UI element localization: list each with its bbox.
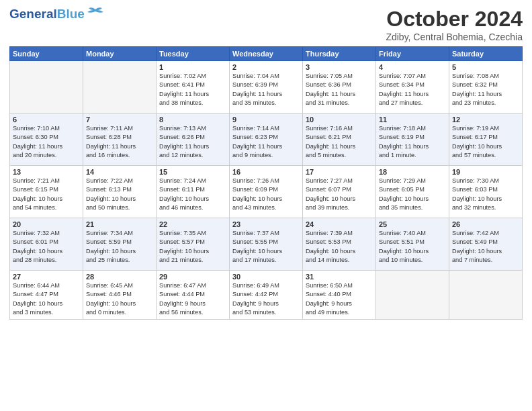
calendar-day-cell xyxy=(83,61,157,113)
day-number: 23 xyxy=(232,220,300,228)
calendar-day-cell: 8Sunrise: 7:13 AMSunset: 6:26 PMDaylight… xyxy=(157,113,230,166)
calendar-day-cell: 2Sunrise: 7:04 AMSunset: 6:39 PMDaylight… xyxy=(230,61,303,113)
calendar-day-cell: 5Sunrise: 7:08 AMSunset: 6:32 PMDaylight… xyxy=(449,61,523,113)
calendar-day-cell: 9Sunrise: 7:14 AMSunset: 6:23 PMDaylight… xyxy=(230,113,303,166)
calendar-day-cell: 20Sunrise: 7:32 AMSunset: 6:01 PMDayligh… xyxy=(10,218,83,271)
day-number: 13 xyxy=(13,168,80,176)
day-info: Sunrise: 7:08 AMSunset: 6:32 PMDaylight:… xyxy=(452,72,519,107)
day-number: 2 xyxy=(232,63,300,71)
day-number: 22 xyxy=(159,220,226,228)
day-number: 24 xyxy=(306,220,373,228)
day-number: 17 xyxy=(306,168,373,176)
day-info: Sunrise: 7:29 AMSunset: 6:05 PMDaylight:… xyxy=(379,177,446,212)
day-number: 11 xyxy=(379,116,446,124)
day-info: Sunrise: 7:11 AMSunset: 6:28 PMDaylight:… xyxy=(86,124,153,160)
calendar-day-cell: 3Sunrise: 7:05 AMSunset: 6:36 PMDaylight… xyxy=(303,61,376,113)
day-number: 18 xyxy=(379,168,446,176)
calendar-week-row: 13Sunrise: 7:21 AMSunset: 6:15 PMDayligh… xyxy=(10,166,523,218)
day-info: Sunrise: 7:27 AMSunset: 6:07 PMDaylight:… xyxy=(306,177,373,212)
day-number: 16 xyxy=(232,168,300,176)
day-number: 6 xyxy=(13,116,80,124)
day-info: Sunrise: 7:10 AMSunset: 6:30 PMDaylight:… xyxy=(13,124,80,160)
day-info: Sunrise: 6:45 AMSunset: 4:46 PMDaylight:… xyxy=(86,281,153,317)
calendar-day-cell: 15Sunrise: 7:24 AMSunset: 6:11 PMDayligh… xyxy=(157,166,230,218)
day-number: 4 xyxy=(379,63,446,71)
day-info: Sunrise: 7:37 AMSunset: 5:55 PMDaylight:… xyxy=(232,229,300,265)
logo-blue: Blue xyxy=(57,7,85,21)
col-header-saturday: Saturday xyxy=(449,47,523,61)
day-info: Sunrise: 7:07 AMSunset: 6:34 PMDaylight:… xyxy=(379,72,446,107)
calendar-header-row: SundayMondayTuesdayWednesdayThursdayFrid… xyxy=(10,47,523,61)
day-number: 8 xyxy=(159,116,226,124)
day-info: Sunrise: 7:16 AMSunset: 6:21 PMDaylight:… xyxy=(306,124,373,160)
calendar-day-cell: 4Sunrise: 7:07 AMSunset: 6:34 PMDaylight… xyxy=(376,61,449,113)
day-number: 31 xyxy=(306,273,373,281)
day-number: 10 xyxy=(306,116,373,124)
day-number: 25 xyxy=(379,220,446,228)
header: GeneralBlue October 2024 Zdiby, Central … xyxy=(9,7,523,42)
day-info: Sunrise: 7:32 AMSunset: 6:01 PMDaylight:… xyxy=(13,229,80,265)
calendar-week-row: 1Sunrise: 7:02 AMSunset: 6:41 PMDaylight… xyxy=(10,61,523,113)
calendar-day-cell: 6Sunrise: 7:10 AMSunset: 6:30 PMDaylight… xyxy=(10,113,83,166)
day-info: Sunrise: 7:40 AMSunset: 5:51 PMDaylight:… xyxy=(379,229,446,265)
calendar-week-row: 6Sunrise: 7:10 AMSunset: 6:30 PMDaylight… xyxy=(10,113,523,166)
calendar-day-cell: 17Sunrise: 7:27 AMSunset: 6:07 PMDayligh… xyxy=(303,166,376,218)
month-title: October 2024 xyxy=(386,7,523,32)
calendar-day-cell: 1Sunrise: 7:02 AMSunset: 6:41 PMDaylight… xyxy=(157,61,230,113)
day-number: 7 xyxy=(86,116,153,124)
calendar-week-row: 20Sunrise: 7:32 AMSunset: 6:01 PMDayligh… xyxy=(10,218,523,271)
day-info: Sunrise: 7:26 AMSunset: 6:09 PMDaylight:… xyxy=(232,177,300,212)
day-info: Sunrise: 7:22 AMSunset: 6:13 PMDaylight:… xyxy=(86,177,153,212)
day-number: 19 xyxy=(452,168,519,176)
logo-general: General xyxy=(9,7,57,21)
calendar-day-cell xyxy=(449,271,523,320)
calendar-day-cell: 27Sunrise: 6:44 AMSunset: 4:47 PMDayligh… xyxy=(10,271,83,320)
day-info: Sunrise: 6:44 AMSunset: 4:47 PMDaylight:… xyxy=(13,281,80,317)
calendar-day-cell: 13Sunrise: 7:21 AMSunset: 6:15 PMDayligh… xyxy=(10,166,83,218)
calendar-day-cell xyxy=(10,61,83,113)
day-info: Sunrise: 6:49 AMSunset: 4:42 PMDaylight:… xyxy=(232,281,300,317)
col-header-monday: Monday xyxy=(83,47,157,61)
col-header-thursday: Thursday xyxy=(303,47,376,61)
calendar-day-cell: 21Sunrise: 7:34 AMSunset: 5:59 PMDayligh… xyxy=(83,218,157,271)
day-info: Sunrise: 7:30 AMSunset: 6:03 PMDaylight:… xyxy=(452,177,519,212)
day-number: 29 xyxy=(159,273,226,281)
day-number: 3 xyxy=(306,63,373,71)
logo: GeneralBlue xyxy=(9,7,105,21)
calendar-day-cell: 14Sunrise: 7:22 AMSunset: 6:13 PMDayligh… xyxy=(83,166,157,218)
calendar-day-cell: 10Sunrise: 7:16 AMSunset: 6:21 PMDayligh… xyxy=(303,113,376,166)
day-info: Sunrise: 7:18 AMSunset: 6:19 PMDaylight:… xyxy=(379,124,446,160)
calendar-day-cell: 28Sunrise: 6:45 AMSunset: 4:46 PMDayligh… xyxy=(83,271,157,320)
day-number: 27 xyxy=(13,273,80,281)
calendar-page: GeneralBlue October 2024 Zdiby, Central … xyxy=(0,0,532,411)
calendar-day-cell: 31Sunrise: 6:50 AMSunset: 4:40 PMDayligh… xyxy=(303,271,376,320)
calendar-day-cell: 16Sunrise: 7:26 AMSunset: 6:09 PMDayligh… xyxy=(230,166,303,218)
col-header-tuesday: Tuesday xyxy=(157,47,230,61)
day-info: Sunrise: 7:19 AMSunset: 6:17 PMDaylight:… xyxy=(452,124,519,160)
calendar-day-cell: 24Sunrise: 7:39 AMSunset: 5:53 PMDayligh… xyxy=(303,218,376,271)
day-info: Sunrise: 7:05 AMSunset: 6:36 PMDaylight:… xyxy=(306,72,373,107)
day-number: 28 xyxy=(86,273,153,281)
day-number: 12 xyxy=(452,116,519,124)
day-info: Sunrise: 7:42 AMSunset: 5:49 PMDaylight:… xyxy=(452,229,519,265)
day-number: 15 xyxy=(159,168,226,176)
calendar-day-cell: 23Sunrise: 7:37 AMSunset: 5:55 PMDayligh… xyxy=(230,218,303,271)
day-info: Sunrise: 6:47 AMSunset: 4:44 PMDaylight:… xyxy=(159,281,226,317)
logo-bird-icon xyxy=(86,7,105,19)
col-header-friday: Friday xyxy=(376,47,449,61)
calendar-day-cell: 30Sunrise: 6:49 AMSunset: 4:42 PMDayligh… xyxy=(230,271,303,320)
day-info: Sunrise: 7:21 AMSunset: 6:15 PMDaylight:… xyxy=(13,177,80,212)
day-number: 14 xyxy=(86,168,153,176)
calendar-day-cell xyxy=(376,271,449,320)
calendar-day-cell: 18Sunrise: 7:29 AMSunset: 6:05 PMDayligh… xyxy=(376,166,449,218)
calendar-day-cell: 12Sunrise: 7:19 AMSunset: 6:17 PMDayligh… xyxy=(449,113,523,166)
calendar-day-cell: 7Sunrise: 7:11 AMSunset: 6:28 PMDaylight… xyxy=(83,113,157,166)
day-info: Sunrise: 7:35 AMSunset: 5:57 PMDaylight:… xyxy=(159,229,226,265)
location: Zdiby, Central Bohemia, Czechia xyxy=(386,32,523,42)
day-info: Sunrise: 7:14 AMSunset: 6:23 PMDaylight:… xyxy=(232,124,300,160)
day-number: 1 xyxy=(159,63,226,71)
day-info: Sunrise: 7:04 AMSunset: 6:39 PMDaylight:… xyxy=(232,72,300,107)
calendar-day-cell: 11Sunrise: 7:18 AMSunset: 6:19 PMDayligh… xyxy=(376,113,449,166)
calendar-day-cell: 26Sunrise: 7:42 AMSunset: 5:49 PMDayligh… xyxy=(449,218,523,271)
col-header-wednesday: Wednesday xyxy=(230,47,303,61)
